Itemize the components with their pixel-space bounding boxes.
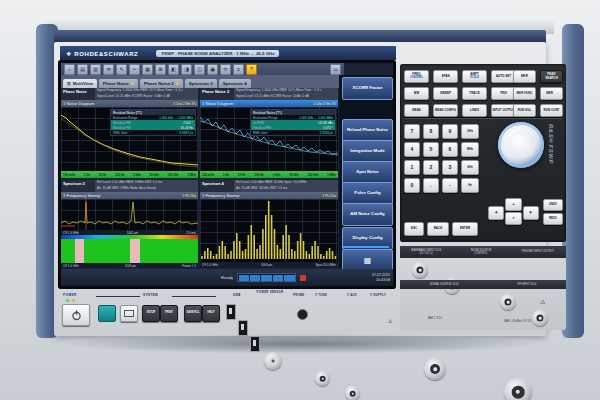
probe-connector[interactable] bbox=[297, 309, 308, 320]
trace-key[interactable]: TRACE bbox=[462, 87, 487, 100]
screenshot-icon[interactable]: ▭ bbox=[330, 64, 341, 75]
pane-phase-noise[interactable]: Phase Noise Signal Frequency: 1.0000 GHz… bbox=[61, 88, 198, 178]
toolbar-icon[interactable]: ▦ bbox=[142, 64, 153, 75]
enter-key[interactable]: ENTER bbox=[452, 222, 478, 236]
noise-diagram-plot[interactable]: Residual Noise [T1] Evaluation Range1.00… bbox=[61, 107, 198, 171]
usb-port[interactable] bbox=[238, 320, 248, 336]
freq-key[interactable]: FREQCHANNEL bbox=[404, 70, 429, 83]
brand-vertical-label: R&S®FSWP bbox=[548, 124, 554, 170]
numpad-key[interactable]: 1 bbox=[404, 160, 420, 175]
numpad-key[interactable]: 4 bbox=[404, 142, 420, 157]
tab-spectrum-3[interactable]: Spectrum 3 bbox=[185, 79, 217, 88]
unit-key[interactable]: Hz bbox=[461, 178, 479, 193]
signal-source-connector[interactable] bbox=[424, 358, 446, 380]
arrow-up-key[interactable]: ▲ bbox=[505, 198, 522, 211]
numpad-key[interactable]: 0 bbox=[404, 178, 420, 193]
pane-spectrum-4[interactable]: Spectrum 4 Ref Level: 0.00 dBm RBW: 30 k… bbox=[200, 180, 338, 268]
peak-search-key[interactable]: PEAK SEARCH bbox=[540, 70, 563, 83]
save-recall-key[interactable]: SAVE RCL bbox=[184, 305, 202, 322]
spectrogram[interactable] bbox=[61, 239, 198, 263]
unit-key[interactable]: MHz bbox=[461, 142, 479, 157]
toolbar-icon[interactable]: ◨ bbox=[181, 64, 192, 75]
toolbar-icon[interactable]: ⟳ bbox=[220, 64, 231, 75]
softkey-reload-phase-noise[interactable]: Reload Phase Noise bbox=[342, 119, 393, 142]
softkey-xcorr-factor[interactable]: XCORR Factor bbox=[342, 77, 393, 100]
esc-key[interactable]: ESC bbox=[404, 222, 424, 236]
usb-port[interactable] bbox=[250, 336, 260, 352]
baseband-i-connector[interactable] bbox=[412, 262, 428, 278]
meas-key[interactable]: MEAS bbox=[404, 104, 429, 117]
toolbar-icon[interactable]: ▣ bbox=[207, 64, 218, 75]
bw-key[interactable]: BW bbox=[404, 87, 429, 100]
touchscreen[interactable]: ⌂▤▥✉✎✂▦⊞◧◨◫▣⟳≡ ? ▭ ⊞ MultiView Phase Noi… bbox=[61, 63, 393, 286]
meas-config-key[interactable]: MEAS CONFIG bbox=[433, 104, 458, 117]
pane-phase-noise-2[interactable]: Phase Noise 2 Signal Frequency: 1.0000 G… bbox=[200, 88, 338, 178]
numpad-key[interactable]: 2 bbox=[423, 160, 439, 175]
power-sensor-connector[interactable] bbox=[264, 352, 282, 370]
drop-shadow bbox=[60, 334, 540, 354]
toolbar-icon[interactable]: ⌂ bbox=[64, 64, 75, 75]
preset-key[interactable] bbox=[98, 305, 116, 322]
arrow-down-key[interactable]: ▼ bbox=[505, 212, 522, 225]
undo-key[interactable]: UNDO bbox=[543, 199, 563, 211]
rf-input-connector[interactable] bbox=[504, 378, 532, 400]
numpad-key[interactable]: 9 bbox=[442, 124, 458, 139]
ampt-key[interactable]: AMPTSCALE bbox=[462, 70, 487, 83]
span-key[interactable]: SPAN bbox=[433, 70, 458, 83]
frequency-sweep-plot[interactable] bbox=[61, 199, 198, 230]
v-aux-connector[interactable] bbox=[345, 386, 360, 400]
display-key[interactable] bbox=[120, 305, 138, 322]
setup-key[interactable]: SETUP bbox=[142, 305, 160, 322]
softkey-pulse-config[interactable]: Pulse Config bbox=[342, 182, 393, 205]
tab-multiview[interactable]: ⊞ MultiView bbox=[63, 79, 97, 88]
numpad-key[interactable]: . bbox=[423, 178, 439, 193]
unit-key[interactable]: GHz bbox=[461, 124, 479, 139]
toolbar-icon[interactable]: ✂ bbox=[129, 64, 140, 75]
toolbar-icon[interactable]: ✉ bbox=[103, 64, 114, 75]
v-tune-connector[interactable] bbox=[315, 371, 330, 386]
power-button[interactable] bbox=[62, 304, 90, 326]
toolbar-icon[interactable]: ◧ bbox=[168, 64, 179, 75]
connector-header-row: BASEBAND INPUT 50 ΩDC I DC Q NOISE SOURC… bbox=[400, 246, 566, 258]
mkr-func-key[interactable]: MKR FUNC bbox=[513, 87, 536, 100]
unit-key[interactable]: kHz bbox=[461, 160, 479, 175]
tab-spectrum-4[interactable]: Spectrum 4 bbox=[219, 79, 251, 88]
softkey-integration-mode[interactable]: Integration Mode bbox=[342, 140, 393, 163]
pane-spectrum-3[interactable]: Spectrum 3 Ref Level: 0.00 dBm RBW: 3 MH… bbox=[61, 180, 198, 268]
mkr-key[interactable]: MKR bbox=[513, 70, 536, 83]
numpad-key[interactable]: 3 bbox=[442, 160, 458, 175]
toolbar-icon[interactable]: ◫ bbox=[194, 64, 205, 75]
backspace-key[interactable]: BACK bbox=[427, 222, 449, 236]
help-icon[interactable]: ? bbox=[246, 64, 257, 75]
noise-source-connector[interactable] bbox=[500, 294, 516, 310]
toolbar-icon[interactable]: ▤ bbox=[77, 64, 88, 75]
pulsed-spectrum-plot[interactable] bbox=[200, 199, 338, 262]
print-key[interactable]: PRINT bbox=[160, 305, 178, 322]
numpad-key[interactable]: 8 bbox=[423, 124, 439, 139]
mkr-to-key[interactable]: MKR → bbox=[540, 87, 563, 100]
numpad-key[interactable]: 5 bbox=[423, 142, 439, 157]
numpad-key[interactable]: - bbox=[442, 178, 458, 193]
run-cont-key[interactable]: RUN CONT bbox=[540, 104, 563, 117]
run-single-key[interactable]: RUN SGL bbox=[513, 104, 536, 117]
toolbar-icon[interactable]: ✎ bbox=[116, 64, 127, 75]
rotary-knob[interactable] bbox=[498, 122, 544, 168]
toolbar-icon[interactable]: ▥ bbox=[90, 64, 101, 75]
softkey-spot-noise[interactable]: Spot Noise bbox=[342, 161, 393, 184]
tab-phase-noise[interactable]: Phase Noise bbox=[99, 79, 138, 88]
numpad-key[interactable]: 7 bbox=[404, 124, 420, 139]
tab-phase-noise-2[interactable]: Phase Noise 2 bbox=[140, 79, 183, 88]
usb-port[interactable] bbox=[226, 304, 236, 320]
redo-key[interactable]: REDO bbox=[543, 213, 563, 225]
toolbar-icon[interactable]: ⊞ bbox=[155, 64, 166, 75]
lines-key[interactable]: LINES bbox=[462, 104, 487, 117]
arrow-right-key[interactable]: ▶ bbox=[523, 206, 539, 220]
channel-settings: Signal Level: 13.21 dBm XCORR Factor: 10… bbox=[236, 94, 321, 100]
help-key[interactable]: HELP bbox=[202, 305, 220, 322]
sweep-key[interactable]: SWEEP bbox=[433, 87, 458, 100]
arrow-left-key[interactable]: ◀ bbox=[488, 206, 504, 220]
toolbar-icon[interactable]: ≡ bbox=[233, 64, 244, 75]
softkey-am-noise-config[interactable]: AM Noise Config bbox=[342, 203, 393, 226]
numpad-key[interactable]: 6 bbox=[442, 142, 458, 157]
noise-diagram-plot-2[interactable]: Residual Noise [T1] Evaluation Range1.00… bbox=[200, 107, 338, 171]
